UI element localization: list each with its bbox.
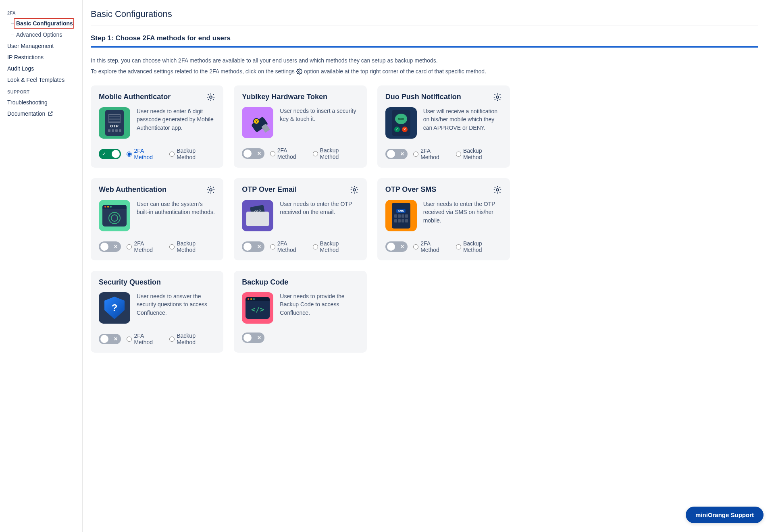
enable-toggle[interactable]: ✕ (242, 332, 264, 343)
enable-toggle[interactable]: ✕ (99, 334, 121, 344)
card-yubikey: Yubikey Hardware Token Y User needs to i… (234, 85, 366, 168)
gear-icon (296, 69, 302, 75)
enable-toggle[interactable]: ✕ (99, 241, 121, 252)
card-title: Security Question (99, 278, 161, 287)
card-title: Backup Code (242, 278, 288, 287)
card-otp-email: OTP Over Email OTP User needs to enter t… (234, 178, 366, 260)
card-description: User needs to provide the Backup Code to… (280, 292, 358, 324)
radio-2fa-method[interactable]: 2FA Method (270, 147, 307, 160)
sidebar-item-advanced-options[interactable]: Advanced Options (0, 29, 82, 40)
sidebar-item-ip-restrictions[interactable]: IP Restrictions (0, 52, 82, 63)
card-web-authentication: Web Authentication User can use the syst… (91, 178, 223, 260)
gear-icon[interactable] (493, 185, 502, 194)
card-backup-code: Backup Code </> User needs to provide th… (234, 271, 366, 353)
enable-toggle[interactable]: ✕ (242, 148, 264, 159)
card-title: Duo Push Notification (385, 93, 461, 101)
gear-icon[interactable] (206, 185, 215, 194)
svg-point-4 (353, 189, 356, 191)
sidebar-item-audit-logs[interactable]: Audit Logs (0, 63, 82, 74)
card-title: Yubikey Hardware Token (242, 93, 327, 101)
card-description: User needs to enter the OTP received on … (280, 200, 358, 232)
web-authentication-icon (99, 200, 130, 231)
card-otp-sms: OTP Over SMS SMS User needs to enter the… (377, 178, 510, 260)
yubikey-icon: Y (242, 107, 273, 138)
sidebar-item-label: Advanced Options (16, 31, 62, 38)
card-mobile-authenticator: Mobile Authenticator OTP User needs to e… (91, 85, 223, 168)
sidebar-item-documentation[interactable]: Documentation (0, 108, 82, 119)
intro-text-2: To explore the advanced settings related… (91, 67, 758, 76)
sidebar-item-label: Basic Configurations (16, 20, 73, 27)
radio-backup-method[interactable]: Backup Method (169, 148, 215, 160)
sidebar-item-user-management[interactable]: User Management (0, 40, 82, 52)
enable-toggle[interactable]: ✓ (99, 149, 121, 159)
radio-backup-method[interactable]: Backup Method (456, 240, 502, 253)
otp-email-icon: OTP (242, 200, 273, 231)
svg-point-0 (298, 71, 300, 73)
methods-grid: Mobile Authenticator OTP User needs to e… (91, 85, 510, 353)
card-description: User will receive a notification on his/… (423, 107, 502, 139)
radio-2fa-method[interactable]: 2FA Method (127, 332, 164, 345)
sidebar-section-support: SUPPORT (0, 85, 82, 97)
duo-push-icon: DUO✓✕ (385, 107, 417, 139)
sidebar: 2FA Basic Configurations Advanced Option… (0, 0, 83, 532)
card-description: User needs to enter 6 digit passcode gen… (137, 107, 215, 139)
radio-backup-method[interactable]: Backup Method (169, 332, 215, 345)
radio-backup-method[interactable]: Backup Method (313, 240, 359, 253)
svg-point-3 (210, 189, 212, 191)
step-title: Step 1: Choose 2FA methods for end users (91, 34, 758, 48)
enable-toggle[interactable]: ✕ (242, 241, 264, 252)
sidebar-item-troubleshooting[interactable]: Troubleshooting (0, 97, 82, 108)
svg-point-1 (210, 96, 212, 98)
backup-code-icon: </> (242, 292, 273, 324)
radio-backup-method[interactable]: Backup Method (169, 240, 215, 253)
svg-point-5 (496, 189, 499, 191)
page-title: Basic Configurations (91, 9, 758, 25)
gear-icon[interactable] (206, 93, 215, 102)
external-link-icon (48, 111, 53, 116)
radio-2fa-method[interactable]: 2FA Method (127, 148, 164, 160)
enable-toggle[interactable]: ✕ (385, 241, 408, 252)
radio-2fa-method[interactable]: 2FA Method (127, 240, 164, 253)
card-description: User needs to enter the OTP received via… (423, 200, 502, 232)
otp-sms-icon: SMS (385, 200, 417, 231)
radio-2fa-method[interactable]: 2FA Method (413, 148, 450, 160)
support-fab-button[interactable]: miniOrange Support (686, 507, 764, 523)
card-security-question: Security Question ? User needs to answer… (91, 271, 223, 353)
card-title: Mobile Authenticator (99, 93, 171, 101)
card-title: OTP Over SMS (385, 185, 437, 194)
intro-text-1: In this step, you can choose which 2FA m… (91, 56, 758, 65)
card-description: User needs to insert a security key & to… (280, 107, 358, 139)
radio-2fa-method[interactable]: 2FA Method (270, 240, 307, 253)
card-description: User needs to answer the security questi… (137, 292, 215, 324)
enable-toggle[interactable]: ✕ (385, 149, 408, 159)
card-title: Web Authentication (99, 185, 166, 194)
sidebar-item-look-feel[interactable]: Look & Feel Templates (0, 74, 82, 85)
security-question-icon: ? (99, 292, 130, 324)
svg-point-2 (496, 96, 499, 98)
gear-icon[interactable] (493, 93, 502, 102)
gear-icon[interactable] (350, 185, 359, 194)
sidebar-item-label: Documentation (7, 110, 45, 117)
radio-backup-method[interactable]: Backup Method (313, 147, 359, 160)
sidebar-section-2fa: 2FA (0, 6, 82, 18)
card-description: User can use the system's built-in authe… (137, 200, 215, 232)
radio-2fa-method[interactable]: 2FA Method (413, 240, 450, 253)
main-content: Basic Configurations Step 1: Choose 2FA … (83, 0, 774, 532)
sidebar-item-basic-configurations[interactable]: Basic Configurations (0, 18, 82, 29)
card-duo-push: Duo Push Notification DUO✓✕ User will re… (377, 85, 510, 168)
mobile-authenticator-icon: OTP (99, 107, 130, 139)
card-title: OTP Over Email (242, 185, 297, 194)
radio-backup-method[interactable]: Backup Method (456, 148, 502, 160)
